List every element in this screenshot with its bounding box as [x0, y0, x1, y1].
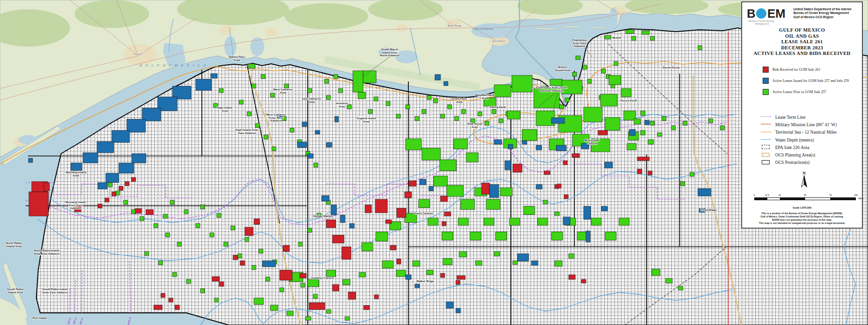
green-lease-block [405, 213, 417, 223]
legend-line-item-bathy: Water Depth (meters) [761, 136, 861, 143]
green-lease-block [374, 97, 378, 101]
green-lease-block [158, 261, 163, 265]
green-lease-block [681, 182, 685, 186]
green-lease-block [698, 46, 702, 50]
red-lease-block [441, 196, 448, 202]
water-label: Lake Pontchartrain [474, 27, 493, 30]
disclaimer-line-3: This map is not intended for navigationa… [745, 222, 859, 225]
red-lease-block [572, 154, 579, 157]
green-lease-block [499, 119, 503, 123]
red-lease-block [342, 247, 351, 259]
green-lease-block [671, 126, 675, 130]
green-lease-block [245, 237, 249, 242]
scale-bar-segment [755, 198, 767, 200]
legend-block-item-2: Active Leases Prior to GOM Sale 257 [763, 86, 861, 97]
agency-line-2: Gulf of Mexico OCS Region [793, 15, 866, 19]
green-lease-block [494, 251, 500, 256]
area-label: South MarshIsland Area,North Addition [380, 48, 400, 57]
red-lease-block [112, 192, 116, 196]
green-lease-block [287, 311, 293, 316]
green-lease-block [634, 119, 641, 124]
map-canvas: Sabine PassAreaHigh IslandAreaHigh Islan… [0, 0, 868, 325]
green-lease-block [255, 123, 260, 128]
scale-bar-segment [830, 198, 855, 200]
blue-lease-block [132, 154, 146, 163]
scale-bar-segments [754, 197, 856, 200]
legend-line-item-planning: OCS Planning Area(s) [761, 151, 861, 158]
red-lease-block [457, 276, 465, 279]
legend-block-item-0: Bids Received for GOM Sale 261 [763, 64, 861, 75]
green-lease-block [559, 105, 564, 109]
red-lease-block [563, 161, 567, 165]
red-lease-block [442, 222, 446, 226]
urban-area [266, 28, 277, 36]
red-lease-block [131, 177, 136, 182]
green-lease-block [522, 129, 537, 141]
red-lease-block [332, 235, 344, 243]
red-lease-block [482, 183, 489, 194]
area-label: South PadreIsland Area [7, 288, 24, 294]
area-label: Green Canyon [413, 212, 433, 215]
green-lease-block [428, 218, 438, 225]
red-lease-block [374, 295, 379, 299]
agency-lines: United States Department of the Interior… [793, 7, 866, 19]
green-lease-block [140, 217, 144, 221]
military-line-icon [761, 122, 771, 127]
green-lease-block [648, 140, 654, 144]
blue-lease-block [456, 308, 461, 313]
bay [609, 7, 618, 28]
legend-block-label: Active Leases Issued for GOM Sale 257 an… [772, 79, 849, 83]
north-arrow: N [797, 171, 811, 188]
red-lease-block [397, 259, 401, 264]
disclaimer: This is a product of the Bureau of Ocean… [745, 212, 859, 225]
green-lease-block [494, 85, 511, 97]
red-lease-block [365, 205, 372, 213]
red-lease-block [175, 305, 179, 310]
green-lease-block [413, 261, 420, 266]
legend-block-items: Bids Received for GOM Sale 261Active Lea… [763, 64, 861, 97]
legend-line-label: OCS Protraction(s) [775, 160, 810, 165]
blue-lease-block [556, 145, 566, 151]
red-lease-block [98, 204, 102, 208]
bay [224, 36, 236, 57]
green-lease-block [662, 116, 666, 121]
green-lease-block [591, 218, 601, 225]
blue-lease-block [605, 162, 613, 168]
blue-lease-block [446, 302, 454, 308]
green-lease-block [720, 126, 724, 130]
forest-patch [75, 0, 149, 28]
north-arrow-icon [800, 176, 808, 188]
red-lease-block [637, 157, 649, 161]
lake-pontchartrain [471, 23, 512, 38]
red-lease-block [146, 210, 153, 215]
legend-line-label: Military Mission Line (86° 41' W) [775, 122, 837, 127]
title-line-0: GULF OF MEXICO [742, 27, 862, 34]
green-lease-block [145, 251, 149, 256]
area-label: Garden Banks [313, 215, 332, 217]
blue-lease-block [601, 206, 607, 211]
red-lease-block [169, 298, 173, 302]
blue-lease-block [322, 196, 329, 201]
disclaimer-line-0: This is a product of the Bureau of Ocean… [745, 212, 859, 215]
red-lease-block [44, 183, 49, 191]
green-lease-block [678, 286, 683, 290]
green-lease-block [396, 270, 406, 277]
green-lease-block [196, 223, 200, 228]
legend-line-label: Territorial Sea - 12 Nautical Miles [775, 129, 837, 135]
red-lease-block [135, 209, 142, 213]
green-lease-block [632, 36, 636, 41]
blue-lease-block [211, 74, 217, 78]
blue-lease-block [435, 74, 441, 80]
green-lease-block [386, 102, 390, 106]
blue-lease-block [28, 158, 33, 162]
green-lease-block [642, 31, 649, 34]
disclaimer-line-1: Gulf of Mexico, Outer Continental Shelf … [745, 215, 859, 218]
scale-bar: 012.5255075100 Miles [754, 194, 856, 203]
blue-lease-block [531, 261, 538, 265]
green-lease-block [415, 116, 419, 121]
bathy-line-icon [761, 137, 771, 142]
agency-line-1: Bureau of Ocean Energy Management [793, 11, 866, 15]
blue-lease-block [302, 122, 307, 127]
svg-text:Management: Management [755, 22, 769, 25]
title-line-4: ACTIVE LEASES AND BIDS RECEIVED [742, 51, 862, 57]
